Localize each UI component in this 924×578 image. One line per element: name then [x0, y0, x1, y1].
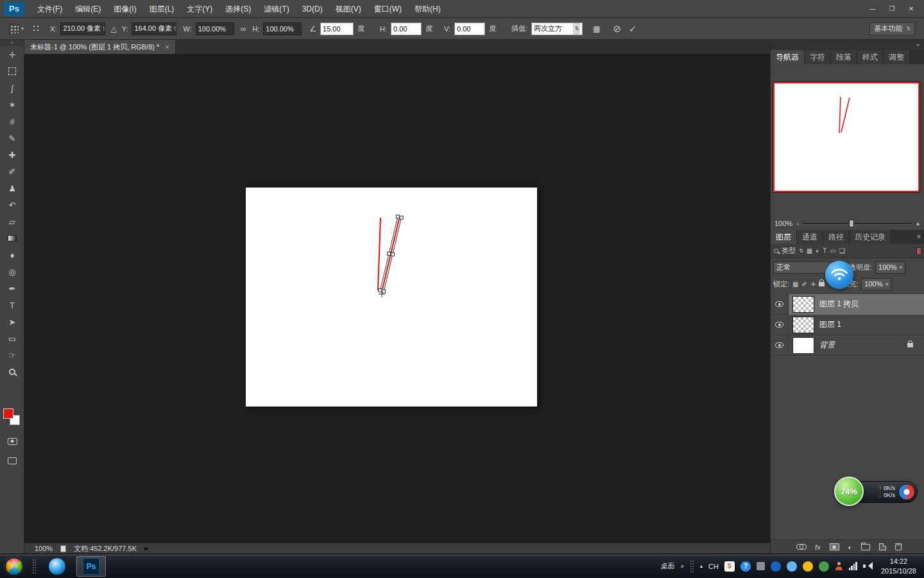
layer-thumbnail[interactable] [792, 337, 814, 354]
menu-view[interactable]: 视图(V) [329, 0, 368, 18]
tab-channels[interactable]: 通道 [797, 230, 823, 244]
screen-mode-button[interactable] [0, 452, 24, 469]
layer-row-background[interactable]: 背景 [771, 335, 924, 356]
tab-close-icon[interactable]: × [165, 43, 169, 51]
photoshop-taskbar-button[interactable]: Ps [76, 556, 106, 577]
filter-dropdown-icon[interactable]: ⇅ [799, 248, 803, 254]
help-tray-icon[interactable]: ? [740, 561, 751, 572]
desktop-chevron-icon[interactable]: » [680, 563, 684, 570]
layer-style-fx-icon[interactable]: fx [815, 543, 821, 551]
y-position-input[interactable]: 164.00 像素 ⇅ [132, 22, 176, 35]
zoom-out-mountain-icon[interactable]: ▲ [796, 222, 800, 225]
toolbar-collapse-icon[interactable]: ›› [0, 40, 24, 46]
start-button[interactable] [5, 557, 23, 575]
menu-layer[interactable]: 图层(L) [143, 0, 181, 18]
menu-window[interactable]: 窗口(W) [368, 0, 408, 18]
visibility-toggle[interactable] [771, 335, 789, 356]
transform-handle[interactable] [391, 253, 394, 256]
add-layer-mask-icon[interactable] [830, 543, 839, 550]
opacity-select[interactable]: 100% ▾ [875, 261, 905, 274]
tray-icon-2[interactable] [771, 561, 781, 572]
visibility-toggle[interactable] [771, 294, 789, 315]
fill-select[interactable]: 100% ▾ [861, 278, 891, 290]
visibility-toggle[interactable] [771, 315, 789, 335]
history-brush-tool[interactable]: ↶ [0, 197, 24, 213]
rotation-angle-input[interactable]: 15.00 [320, 22, 354, 35]
relative-position-icon[interactable]: △ [110, 24, 116, 33]
tab-paragraph[interactable]: 段落 [831, 50, 857, 64]
tab-adjustments[interactable]: 调整 [884, 50, 910, 64]
spinner-icon[interactable]: ⇅ [172, 26, 176, 32]
blur-tool[interactable]: ♦ [0, 247, 24, 263]
width-input[interactable]: 100.00% [196, 22, 234, 35]
horizontal-type-tool[interactable]: T [0, 297, 24, 313]
menu-3d[interactable]: 3D(D) [296, 0, 329, 18]
new-group-icon[interactable] [861, 544, 870, 550]
tray-icon-4[interactable] [819, 561, 829, 572]
new-adjustment-layer-icon[interactable]: ◐ [848, 543, 853, 551]
rectangle-tool[interactable]: ▭ [0, 330, 24, 347]
navigator-view-rectangle[interactable] [773, 82, 920, 192]
zoom-tool[interactable] [0, 363, 24, 380]
spinner-icon[interactable]: ⇅ [101, 26, 105, 32]
layer-name[interactable]: 图层 1 [819, 319, 841, 330]
menu-edit[interactable]: 编辑(E) [69, 0, 107, 18]
clone-stamp-tool[interactable]: ♟ [0, 180, 24, 197]
pen-tool[interactable]: ✒ [0, 280, 24, 297]
canvas-workspace[interactable] [24, 54, 770, 543]
speed-monitor-overlay[interactable]: ↑ 0K/s ↓ 0K/s 74% [834, 477, 919, 509]
menu-type[interactable]: 文字(Y) [180, 0, 219, 18]
memory-usage-ball[interactable]: 74% [834, 477, 864, 506]
tool-preset-picker[interactable]: ▾ [9, 24, 24, 34]
sogou-tray-icon[interactable]: S [724, 561, 735, 572]
lock-all-icon[interactable] [819, 282, 825, 286]
tab-history[interactable]: 历史记录 [850, 230, 891, 244]
lock-transparent-pixels-icon[interactable]: ▦ [792, 281, 798, 288]
height-input[interactable]: 100.00% [263, 22, 302, 35]
accelerator-logo-icon[interactable] [898, 484, 915, 500]
hand-tool[interactable]: ☞ [0, 347, 24, 363]
interpolation-select[interactable]: 两次立方 ⇅ [531, 22, 583, 35]
menu-filter[interactable]: 滤镜(T) [257, 0, 295, 18]
zoom-in-mountain-icon[interactable]: ▲ [915, 220, 921, 227]
workspace-switcher[interactable]: 基本功能 ⇅ [869, 22, 915, 35]
quick-mask-button[interactable] [0, 433, 24, 450]
minimize-button[interactable]: — [864, 3, 882, 15]
navigator-preview[interactable] [773, 82, 920, 193]
panel-collapse-icon[interactable]: » [771, 40, 924, 50]
navigator-zoom-thumb[interactable] [849, 220, 854, 227]
hidden-icons-chevron[interactable]: ▴ [700, 563, 703, 569]
foreground-color-swatch[interactable] [3, 408, 13, 419]
tab-layers[interactable]: 图层 [771, 230, 797, 244]
spot-healing-brush-tool[interactable]: ✚ [0, 146, 24, 163]
x-position-input[interactable]: 210.00 像素 ⇅ [60, 22, 105, 35]
tray-icon-1[interactable] [757, 562, 765, 570]
taskbar-clock[interactable]: 14:22 2015/10/28 [881, 557, 916, 575]
transform-handle[interactable] [379, 289, 382, 292]
zoom-level-field[interactable]: 100% [35, 545, 53, 552]
filter-shape-icon[interactable]: ▭ [830, 247, 835, 254]
panel-menu-icon[interactable]: ≡ [917, 230, 924, 244]
menu-image[interactable]: 图像(I) [107, 0, 142, 18]
reference-point-locator-icon[interactable] [31, 24, 41, 33]
warp-mode-toggle-icon[interactable]: ▦ [593, 24, 600, 33]
transform-handle[interactable] [388, 252, 391, 255]
crop-tool[interactable]: # [0, 113, 24, 130]
layer-name[interactable]: 图层 1 拷贝 [819, 299, 859, 310]
navigator-zoom-field[interactable]: 100% [774, 220, 792, 227]
new-layer-icon[interactable] [879, 543, 886, 550]
lasso-tool[interactable]: ʃ [0, 80, 24, 96]
h-skew-input[interactable]: 0.00 [391, 22, 422, 35]
menu-help[interactable]: 帮助(H) [408, 0, 447, 18]
transform-handle[interactable] [382, 290, 386, 293]
document-canvas[interactable] [246, 188, 537, 407]
language-indicator[interactable]: CH [708, 563, 719, 570]
transform-handle[interactable] [400, 216, 403, 219]
filter-adjustment-icon[interactable]: ◐ [816, 247, 819, 254]
close-button[interactable]: ✕ [902, 3, 920, 15]
filter-on-off-toggle[interactable] [916, 247, 921, 255]
menu-file[interactable]: 文件(F) [31, 0, 69, 18]
lock-position-icon[interactable]: ✛ [810, 281, 816, 288]
eyedropper-tool[interactable]: ✎ [0, 130, 24, 146]
tab-character[interactable]: 字符 [805, 50, 831, 64]
